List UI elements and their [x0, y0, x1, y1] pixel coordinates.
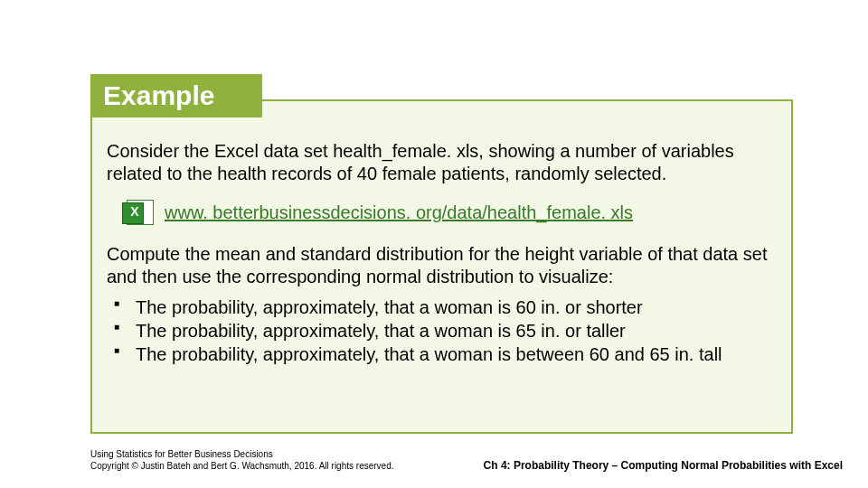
download-link-row: X www. betterbusinessdecisions. org/data… — [127, 200, 778, 225]
paragraph-1: Consider the Excel data set health_femal… — [107, 140, 778, 185]
excel-icon: X — [127, 200, 154, 225]
example-tab: Example — [90, 74, 262, 117]
content-body: Consider the Excel data set health_femal… — [107, 140, 778, 366]
footer-right: Ch 4: Probability Theory – Computing Nor… — [484, 459, 843, 472]
footer-left-line1: Using Statistics for Better Business Dec… — [90, 448, 394, 460]
bullet-list: The probability, approximately, that a w… — [107, 296, 778, 366]
footer-left-line2: Copyright © Justin Bateh and Bert G. Wac… — [90, 460, 394, 472]
paragraph-2: Compute the mean and standard distributi… — [107, 243, 778, 288]
list-item: The probability, approximately, that a w… — [110, 296, 778, 319]
footer-left: Using Statistics for Better Business Dec… — [90, 448, 394, 472]
list-item: The probability, approximately, that a w… — [110, 319, 778, 343]
example-tab-label: Example — [103, 80, 214, 111]
download-link[interactable]: www. betterbusinessdecisions. org/data/h… — [165, 202, 633, 224]
list-item: The probability, approximately, that a w… — [110, 343, 778, 366]
slide: Example Consider the Excel data set heal… — [0, 0, 868, 488]
excel-icon-glyph: X — [125, 202, 145, 222]
